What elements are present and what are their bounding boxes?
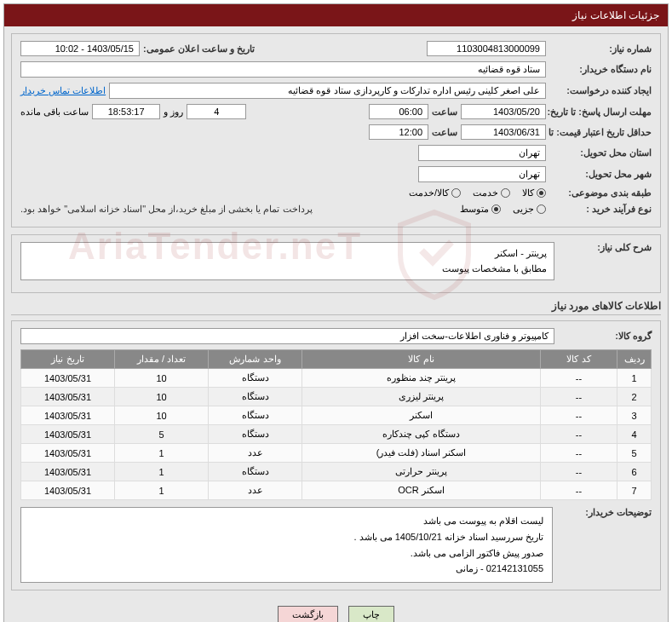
- table-header: ردیف: [617, 350, 652, 369]
- radio-icon: [537, 188, 546, 198]
- radio-icon: [537, 204, 546, 214]
- table-row: 2--پرینتر لیزریدستگاه101403/05/31: [21, 388, 652, 406]
- table-cell: 1403/05/31: [21, 388, 115, 406]
- table-cell: 1403/05/31: [21, 369, 115, 388]
- table-cell: 1403/05/31: [21, 406, 115, 425]
- table-cell: --: [541, 463, 617, 481]
- deadline-date: 1403/05/20: [461, 104, 546, 119]
- table-cell: 1403/05/31: [21, 444, 115, 463]
- table-cell: دستگاه: [209, 406, 302, 425]
- days-remaining: 4: [187, 104, 246, 119]
- radio-small[interactable]: جزیی: [513, 204, 546, 215]
- days-text: روز و: [164, 107, 183, 118]
- table-cell: 1403/05/31: [21, 425, 115, 444]
- back-button[interactable]: بازگشت: [278, 606, 338, 622]
- table-cell: اسکنر: [302, 406, 541, 425]
- table-cell: اسکنر اسناد (فلت فیدر): [302, 444, 541, 463]
- radio-icon: [451, 188, 461, 198]
- deadline-time: 06:00: [369, 104, 428, 119]
- payment-note: پرداخت تمام یا بخشی از مبلغ خرید،از محل …: [20, 204, 313, 215]
- table-row: 3--اسکنردستگاه101403/05/31: [21, 406, 652, 425]
- table-cell: --: [541, 388, 617, 406]
- page-title: جزئیات اطلاعات نیاز: [4, 4, 668, 26]
- notes-line: لیست اقلام به پیوست می باشد: [30, 513, 543, 529]
- table-row: 6--پرینتر حرارتیدستگاه11403/05/31: [21, 463, 652, 481]
- table-cell: 1403/05/31: [21, 463, 115, 481]
- buyer-notes-label: توضیحات خریدار:: [558, 507, 652, 518]
- table-cell: 3: [617, 406, 652, 425]
- time-label-1: ساعت: [432, 107, 457, 118]
- table-cell: --: [541, 444, 617, 463]
- deadline-label: مهلت ارسال پاسخ: تا تاریخ:: [549, 107, 652, 118]
- buyer-contact-link[interactable]: اطلاعات تماس خریدار: [20, 85, 106, 96]
- buyer-notes-box: لیست اقلام به پیوست می باشد تاریخ سررسید…: [20, 507, 553, 583]
- table-cell: 5: [115, 425, 209, 444]
- group-label: گروه کالا:: [558, 331, 652, 342]
- table-cell: دستگاه کپی چندکاره: [302, 425, 541, 444]
- table-row: 4--دستگاه کپی چندکارهدستگاه51403/05/31: [21, 425, 652, 444]
- table-header: واحد شمارش: [209, 350, 302, 369]
- radio-service[interactable]: خدمت: [473, 187, 510, 199]
- table-cell: دستگاه: [209, 425, 302, 444]
- table-cell: 1: [617, 369, 652, 388]
- table-cell: پرینتر حرارتی: [302, 463, 541, 481]
- requester-value: علی اصغر کلینی رئیس اداره تدارکات و کارپ…: [109, 83, 546, 99]
- table-header: نام کالا: [302, 350, 541, 369]
- table-row: 1--پرینتر چند منظورهدستگاه101403/05/31: [21, 369, 652, 388]
- table-cell: --: [541, 425, 617, 444]
- table-cell: دستگاه: [209, 463, 302, 481]
- validity-label: حداقل تاریخ اعتبار قیمت: تا تاریخ:: [549, 127, 652, 138]
- table-cell: 5: [617, 444, 652, 463]
- summary-label: شرح کلی نیاز:: [558, 242, 652, 253]
- city-label: شهر محل تحویل:: [549, 169, 652, 180]
- table-cell: 1: [115, 444, 209, 463]
- table-cell: 2: [617, 388, 652, 406]
- table-cell: 1403/05/31: [21, 481, 115, 500]
- table-header: تاریخ نیاز: [21, 350, 115, 369]
- validity-time: 12:00: [369, 124, 428, 140]
- requester-label: ایجاد کننده درخواست:: [549, 85, 652, 96]
- goods-section-header: اطلاعات کالاهای مورد نیاز: [11, 300, 661, 315]
- table-cell: --: [541, 481, 617, 500]
- radio-icon: [491, 204, 501, 214]
- goods-panel: گروه کالا: کامپیوتر و فناوری اطلاعات-سخت…: [11, 320, 661, 590]
- need-number-label: شماره نیاز:: [549, 43, 652, 55]
- summary-line1: پرینتر - اسکنر: [28, 246, 547, 262]
- table-row: 7--اسکنر OCRعدد11403/05/31: [21, 481, 652, 500]
- notes-line: صدور پیش فاکتور الزامی می باشد.: [30, 545, 543, 562]
- radio-icon: [501, 188, 510, 198]
- announce-label: تاریخ و ساعت اعلان عمومی:: [143, 43, 255, 55]
- radio-goods[interactable]: کالا: [522, 187, 546, 199]
- header-panel: شماره نیاز: 1103004813000099 تاریخ و ساع…: [11, 33, 661, 227]
- table-cell: اسکنر OCR: [302, 481, 541, 500]
- table-cell: 10: [115, 406, 209, 425]
- table-header: تعداد / مقدار: [115, 350, 209, 369]
- summary-box: پرینتر - اسکنر مطابق با مشخصات پیوست: [20, 242, 554, 280]
- radio-both[interactable]: کالا/خدمت: [409, 187, 461, 199]
- table-cell: دستگاه: [209, 369, 302, 388]
- table-cell: دستگاه: [209, 388, 302, 406]
- goods-table: ردیفکد کالانام کالاواحد شمارشتعداد / مقد…: [20, 349, 652, 500]
- province-label: استان محل تحویل:: [549, 147, 652, 158]
- category-label: طبقه بندی موضوعی:: [549, 187, 652, 199]
- table-cell: 1: [115, 481, 209, 500]
- table-cell: 10: [115, 388, 209, 406]
- table-cell: 1: [115, 463, 209, 481]
- announce-value: 1403/05/15 - 10:02: [20, 41, 140, 56]
- table-row: 5--اسکنر اسناد (فلت فیدر)عدد11403/05/31: [21, 444, 652, 463]
- validity-date: 1403/06/31: [461, 124, 546, 140]
- time-label-2: ساعت: [432, 127, 457, 138]
- print-button[interactable]: چاپ: [348, 606, 394, 622]
- table-cell: 7: [617, 481, 652, 500]
- summary-line2: مطابق با مشخصات پیوست: [28, 262, 547, 277]
- table-cell: پرینتر لیزری: [302, 388, 541, 406]
- process-label: نوع فرآیند خرید :: [549, 204, 652, 215]
- table-cell: --: [541, 369, 617, 388]
- summary-panel: شرح کلی نیاز: پرینتر - اسکنر مطابق با مش…: [11, 234, 661, 293]
- remaining-text: ساعت باقی مانده: [20, 107, 89, 118]
- table-cell: 4: [617, 425, 652, 444]
- buyer-org-value: ستاد قوه قضائیه: [20, 61, 546, 78]
- time-remaining: 18:53:17: [92, 104, 160, 119]
- radio-medium[interactable]: متوسط: [460, 204, 501, 215]
- need-number-value: 1103004813000099: [427, 41, 546, 56]
